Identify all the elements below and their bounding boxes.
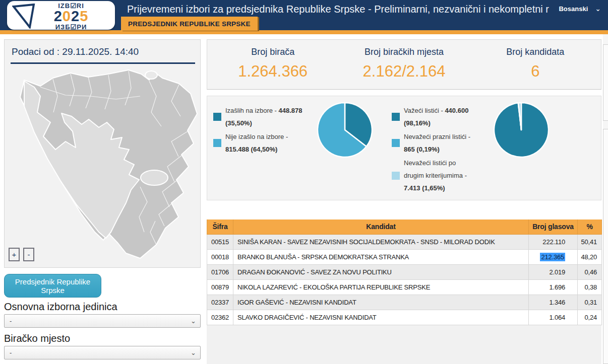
- column-header-candidate[interactable]: Kandidat: [233, 220, 529, 234]
- header-bar: IZB☑RI 2025 ИЗБ☑РИ Prijevremeni izbori z…: [0, 0, 608, 30]
- language-selector[interactable]: Bosanski⌄: [559, 5, 601, 13]
- legend-color-swatch: [392, 172, 400, 180]
- legend-item-other-invalid-ballots: Nevažeći listići po drugim kriterijumima…: [392, 157, 476, 194]
- bih-triangle-icon: [12, 4, 35, 29]
- language-label: Bosanski: [559, 5, 588, 13]
- table-row[interactable]: 02362 SLAVKO DRAGIČEVIĆ - NEZAVISNI KAND…: [207, 310, 602, 325]
- stat-polling-stations: Broj biračkih mjesta 2.162/2.164: [338, 40, 469, 89]
- logo-year: 2025: [33, 9, 109, 24]
- polling-station-select[interactable]: -⌄: [4, 346, 201, 359]
- legend-item-valid-ballots: Važeći listići - 440.600 (98,16%): [392, 104, 476, 129]
- turnout-legend: Izašlih na izbore - 448.878 (35,50%) Nij…: [213, 104, 305, 200]
- map-brcko-district: [145, 71, 157, 79]
- column-header-votes[interactable]: Broj glasova: [529, 220, 578, 234]
- table-row[interactable]: 01706 DRAGAN ĐOKANOVIĆ - SAVEZ ZA NOVU P…: [207, 264, 602, 279]
- logo-izbori-cyrillic: ИЗБ☑РИ: [33, 24, 109, 30]
- select-value: -: [10, 317, 12, 325]
- map-zoom-in-button[interactable]: +: [9, 248, 20, 261]
- accent-bar: [0, 30, 608, 34]
- stat-value: 2.162/2.164: [338, 62, 469, 81]
- stat-voters: Broj birača 1.264.366: [207, 40, 338, 89]
- legend-color-swatch: [213, 113, 221, 121]
- charts-panel: Izašlih na izbore - 448.878 (35,50%) Nij…: [207, 96, 601, 200]
- table-row[interactable]: 00515 SINIŠA KARAN - SAVEZ NEZAVISNIH SO…: [207, 234, 602, 249]
- selected-text: 212.365: [540, 253, 565, 261]
- elections-2025-logo: IZB☑RI 2025 ИЗБ☑РИ: [7, 1, 115, 30]
- data-as-of-label: Podaci od : 29.11.2025. 14:40: [5, 40, 200, 62]
- legend-color-swatch: [392, 113, 400, 121]
- ballots-legend: Važeći listići - 440.600 (98,16%) Nevaže…: [392, 104, 476, 200]
- map-east-pocket: [141, 170, 168, 185]
- column-header-code[interactable]: Šifra: [207, 220, 233, 234]
- map-zoom-controls: +-: [9, 248, 38, 261]
- stat-label: Broj birača: [207, 47, 338, 57]
- contest-tab[interactable]: PREDSJEDNIK REPUBLIKE SRPSKE: [121, 17, 258, 31]
- results-panel: Šifra Kandidat Broj glasova % 00515 SINI…: [207, 220, 601, 364]
- legend-color-swatch: [213, 139, 221, 147]
- title-underline: [11, 62, 195, 64]
- chevron-down-icon: ⌄: [191, 317, 196, 325]
- table-row[interactable]: 02337 IGOR GAŠEVIĆ - NEZAVISNI KANDIDAT …: [207, 295, 602, 310]
- stat-candidates: Broj kandidata 6: [470, 40, 601, 89]
- results-header-row: Šifra Kandidat Broj glasova %: [207, 220, 602, 234]
- chevron-down-icon: ⌄: [191, 349, 196, 356]
- legend-item-turnout-voted: Izašlih na izbore - 448.878 (35,50%): [213, 104, 305, 129]
- election-results-page: IZB☑RI 2025 ИЗБ☑РИ Prijevremeni izbori z…: [0, 0, 608, 364]
- legend-item-turnout-not-voted: Nije izašlo na izbore - 815.488 (64,50%): [213, 130, 305, 156]
- ballots-pie-chart[interactable]: [493, 101, 550, 159]
- legend-color-swatch: [392, 139, 400, 147]
- select-value: -: [10, 349, 12, 356]
- cutoff-content-strip: [603, 34, 608, 364]
- basic-electoral-unit-label: Osnovna izborna jedinica: [4, 301, 117, 313]
- map-zoom-out-button[interactable]: -: [23, 248, 34, 261]
- basic-electoral-unit-select[interactable]: -⌄: [4, 314, 201, 328]
- summary-stats-panel: Broj birača 1.264.366 Broj biračkih mjes…: [207, 39, 601, 90]
- map-panel: Podaci od : 29.11.2025. 14:40: [4, 39, 201, 268]
- legend-item-blank-ballots: Nevažeći prazni listići - 865 (0,19%): [392, 130, 476, 156]
- stat-value: 1.264.366: [207, 62, 338, 81]
- turnout-pie-chart[interactable]: [316, 101, 374, 159]
- bih-municipalities-map[interactable]: +-: [5, 66, 200, 264]
- chevron-down-icon: ⌄: [595, 5, 601, 13]
- contest-button[interactable]: Predsjednik Republike Srpske: [4, 274, 101, 298]
- stat-value: 6: [470, 62, 601, 81]
- stat-label: Broj kandidata: [470, 47, 601, 57]
- map-svg: [5, 66, 200, 264]
- results-table: Šifra Kandidat Broj glasova % 00515 SINI…: [207, 220, 602, 325]
- table-row[interactable]: 00879 NIKOLA LAZAREVIĆ - EKOLOŠKA PARTIJ…: [207, 279, 602, 295]
- page-title: Prijevremeni izbori za predsjednika Repu…: [127, 4, 549, 15]
- table-row[interactable]: 00018 BRANKO BLANUŠA - SRPSKA DEMOKRATSK…: [207, 249, 602, 264]
- column-header-percent[interactable]: %: [578, 220, 602, 234]
- polling-station-label: Biračko mjesto: [4, 333, 70, 344]
- stat-label: Broj biračkih mjesta: [338, 47, 469, 57]
